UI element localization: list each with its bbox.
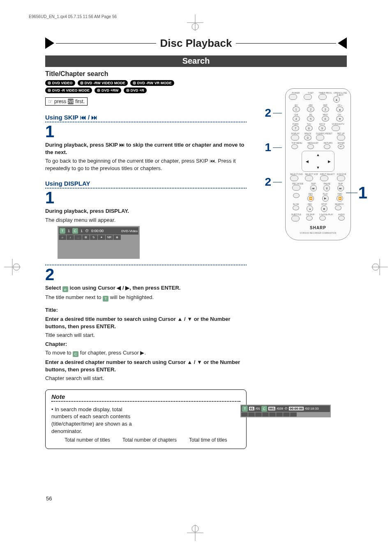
page-number: 56 (46, 495, 52, 502)
title-icon: T (60, 228, 65, 234)
remote-fwd: ⏩ (337, 195, 343, 202)
chapter-instruction: Enter a desired chapter number to search… (45, 359, 247, 373)
skip-step-1-instruction: During playback, press SKIP ⏭ to skip th… (45, 141, 247, 156)
display-step-1-detail: The display menu will appear. (45, 216, 247, 224)
remote-enter-button: ↵ (338, 144, 344, 149)
osd-search-icon: ⌕ (59, 235, 66, 240)
badge-dvd-plus-rw: DVD +RW (95, 88, 121, 93)
label-total-time: Total time of titles (189, 437, 227, 443)
chapter-result: Chapter search will start. (45, 375, 247, 382)
cursor-right-icon: ▶ (328, 159, 331, 164)
remote-skip-back: ⏮ (310, 185, 317, 191)
remote-brand-sub: VCR/DVD RECORDER COMBINATION (300, 232, 337, 234)
cursor-left-icon: ◀ (306, 159, 309, 164)
section-heading: Title/Chapter search (45, 70, 347, 78)
svg-point-5 (192, 525, 198, 532)
triangle-left-icon (45, 37, 54, 49)
remote-num-6: 6 (322, 116, 329, 122)
chapter-label: Chapter: (45, 341, 67, 347)
note-box: Note • In search mode display, total num… (45, 389, 247, 449)
remote-num-3: 3 (322, 106, 329, 112)
title-icon: T (242, 406, 248, 412)
remote-dpad: ▲ ◀ ▶ ▼ (302, 151, 334, 172)
remote-blank-1 (293, 193, 300, 198)
title-result: Title search will start. (45, 332, 247, 339)
badge-dvd-plus-r: DVD +R (124, 88, 147, 93)
remote-recmode (292, 185, 300, 191)
chapter-icon: C (73, 351, 78, 357)
remote-return-button (324, 144, 330, 149)
note-osd-row1: T 01 /01 C 001 /028 ⏱ 00:00:00 /02:18:33 (241, 405, 330, 412)
remote-speed-play (319, 216, 326, 221)
triangle-right-icon (338, 37, 347, 49)
remote-callouts-left: 2 1 2 (265, 106, 282, 189)
osd-marker-icon: ✦ (98, 235, 105, 240)
remote-ch-up: ▲ (336, 106, 344, 112)
using-display-heading: Using DISPLAY (45, 180, 247, 189)
chapter-icon: C (72, 228, 78, 234)
remote-vcr-dvd-tv (332, 125, 340, 131)
cursor-up-icon: ▲ (316, 153, 320, 157)
remote-select-dvd (290, 175, 298, 181)
osd-display-menu: T 1 C 1 ⏱ 0:00:00 DVD-Video ⌕ ♪ … ⊞ ↻ ✦ … (58, 226, 140, 259)
note-osd: T 01 /01 C 001 /028 ⏱ 00:00:00 /02:18:33 (240, 405, 331, 417)
disc-icon (80, 81, 83, 85)
osd-subtitle-icon: … (74, 235, 82, 240)
remote-play: ▶ (322, 195, 329, 202)
registration-mark-right (371, 259, 388, 277)
remote-power-button (289, 94, 297, 100)
clock-icon: ⏱ (284, 407, 288, 410)
label-total-chapters: Total number of chapters (122, 437, 177, 443)
remote-cm-skip (306, 216, 313, 221)
remote-rec: ● (307, 205, 313, 212)
disc-icon (48, 81, 51, 85)
press-first-note: ☞ press DVD first. (45, 97, 88, 106)
left-column: Using SKIP ⏮ / ⏭ 1 During playback, pres… (45, 114, 247, 449)
remote-num-1: 1 (293, 106, 300, 112)
remote-dvd-vcr (337, 175, 345, 181)
remote-pause: ⏸ (323, 185, 330, 191)
remote-control: POWER T-SET TIMER PROG. OPEN/CLOSE EJECT… (285, 88, 351, 240)
osd-icon-row: ⌕ ♪ … ⊞ ↻ ✦ NR ⊕ (59, 235, 138, 240)
svg-point-2 (192, 23, 198, 30)
document-header: E9656UD_EN_1.qx4 05.7.15 11:56 AM Page 5… (29, 14, 117, 19)
hand-icon: ☞ (48, 99, 53, 104)
disc-icon (126, 89, 129, 92)
note-title: Note (51, 393, 240, 400)
osd-repeat-icon: ↻ (90, 235, 97, 240)
remote-topmenu-button (291, 144, 298, 149)
remote-tset-button (304, 94, 312, 100)
callout-right-1: 1 (358, 184, 367, 202)
remote-input-select (320, 175, 328, 181)
search-icon: ⌕ (62, 286, 68, 292)
step-number-1: 1 (45, 123, 247, 140)
registration-mark-top (187, 14, 203, 32)
osd-zoom-icon: ⊕ (113, 235, 121, 240)
svg-point-11 (13, 264, 20, 270)
remote-clear-button (316, 135, 324, 140)
skip-step-1-detail: To go back to the beginning of the curre… (45, 157, 247, 172)
osd-audio-icon: ♪ (67, 235, 74, 240)
remote-menu-button (307, 144, 314, 149)
registration-mark-bottom (187, 525, 203, 543)
step-divider (45, 265, 247, 265)
remote-audio (338, 216, 345, 221)
remote-subtitle (291, 216, 300, 221)
remote-skip-fwd: ⏭ (337, 185, 344, 191)
remote-search (335, 205, 341, 210)
remote-slow (293, 205, 299, 210)
remote-display-button (291, 135, 299, 140)
remote-num-4: 4 (293, 116, 300, 122)
badge-dvd-rw-vr: DVD -RW VR MODE (130, 80, 174, 86)
dvd-select-button-icon: DVD (68, 99, 74, 104)
disc-icon (48, 89, 51, 92)
registration-mark-left (4, 259, 21, 277)
osd-angle-icon: ⊞ (82, 235, 90, 240)
note-osd-row2 (241, 412, 330, 417)
remote-illustration: 2 1 2 POWER T-SET TIMER PROG. OPEN/CLOSE… (265, 88, 351, 240)
page-subtitle: Search (45, 55, 347, 67)
title-label: Title: (45, 307, 58, 313)
using-skip-heading: Using SKIP ⏮ / ⏭ (45, 114, 247, 122)
display-step-1-number: 1 (45, 189, 247, 206)
note-divider (51, 401, 240, 402)
